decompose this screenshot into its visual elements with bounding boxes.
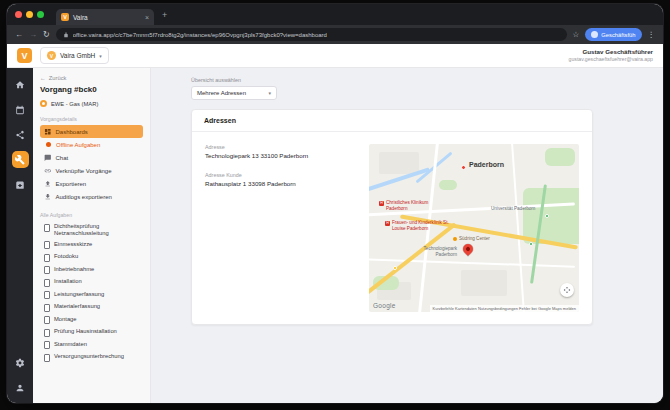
app-content: ← Zurück Vorgang #bck0 EWE - Gas (MAR) V…: [7, 68, 663, 403]
sidebar-item-label: Exportieren: [56, 181, 87, 187]
chevron-down-icon: ▾: [99, 53, 102, 59]
map-poi-hospital-2: H Frauen- und Kinderklinik St. Louise Pa…: [385, 220, 451, 231]
reload-icon[interactable]: ↻: [43, 31, 50, 39]
sidebar-task-installation[interactable]: Installation: [40, 276, 143, 289]
sidebar-task-montage[interactable]: Montage: [40, 314, 143, 327]
sidebar-task-dichtheitspruefung[interactable]: Dichtheitsprüfung Netzanschlussleitung: [40, 221, 143, 239]
map-pan-control[interactable]: [560, 283, 574, 297]
export-icon: [44, 180, 52, 188]
map-attribution[interactable]: Kurzbefehle Kartendaten Nutzungsbedingun…: [430, 305, 579, 312]
nav-workflows[interactable]: [12, 126, 29, 143]
browser-tab[interactable]: V Vaira ×: [56, 9, 154, 25]
browser-menu-icon[interactable]: ⋮: [648, 31, 656, 39]
window-zoom-button[interactable]: [37, 11, 44, 18]
section-vorgangsdetails: Vorgangsdetails: [40, 116, 143, 122]
google-logo: Google: [373, 302, 396, 309]
sidebar-item-offline-aufgaben[interactable]: Offline Aufgaben: [40, 138, 143, 151]
user-icon: [15, 383, 25, 393]
company-name: Vaira GmbH: [60, 52, 95, 59]
sidebar-task-stammdaten[interactable]: Stammdaten: [40, 339, 143, 352]
pan-arrows-icon: [563, 286, 571, 294]
back-label: Zurück: [49, 75, 67, 81]
sidebar-task-einmessskizze[interactable]: Einmessskizze: [40, 239, 143, 252]
destination-pin-icon: [461, 242, 475, 256]
sidebar-task-fotodoku[interactable]: Fotodoku: [40, 251, 143, 264]
google-map[interactable]: Paderborn H Christliches Klinikum Paderb…: [369, 144, 579, 312]
document-icon: [44, 291, 50, 299]
tab-close-icon[interactable]: ×: [145, 14, 149, 21]
tab-strip: V Vaira × +: [7, 4, 663, 25]
map-poi-mall: Südring Center: [453, 236, 490, 241]
main-panel: Übersicht auswählen Mehrere Adressen ▾ A…: [151, 68, 663, 403]
tab-title: Vaira: [73, 14, 88, 21]
document-icon: [44, 316, 50, 324]
map-park: [545, 148, 575, 166]
document-icon: [44, 241, 50, 249]
tab-favicon-icon: V: [61, 13, 69, 21]
browser-window: V Vaira × + ← → ↻ office.vaira.app/c/c7b…: [7, 4, 663, 403]
bookmark-star-icon[interactable]: ☆: [573, 31, 580, 39]
address-fields: Adresse Technologiepark 13 33100 Paderbo…: [205, 144, 355, 312]
window-minimize-button[interactable]: [26, 11, 33, 18]
map-park: [439, 180, 457, 190]
company-avatar-icon: V: [47, 51, 56, 60]
back-icon[interactable]: ←: [15, 31, 23, 39]
map-poi-destination: Technologiepark Paderborn: [411, 246, 457, 257]
document-icon: [44, 354, 50, 362]
sidebar-item-label: Offline Aufgaben: [56, 142, 100, 148]
sidebar-item-dashboards[interactable]: Dashboards: [40, 125, 143, 138]
sidebar-item-chat[interactable]: Chat: [40, 151, 143, 164]
chat-bubble-icon: [44, 154, 52, 162]
document-icon: [44, 341, 50, 349]
process-label: EWE - Gas (MAR): [51, 101, 98, 107]
home-icon: [15, 80, 25, 90]
sidebar-task-pruefung-hausinstallation[interactable]: Prüfung Hausinstallation: [40, 326, 143, 339]
map-block: [461, 270, 507, 296]
document-icon: [44, 329, 50, 337]
share-network-icon: [15, 130, 25, 140]
card-title: Adressen: [192, 110, 592, 132]
nav-profile[interactable]: [12, 379, 29, 396]
sidebar-task-materialerfassung[interactable]: Materialerfassung: [40, 301, 143, 314]
sidebar-item-label: Dashboards: [56, 129, 88, 135]
sidebar-task-versorgungsunterbrechung[interactable]: Versorgungsunterbrechung: [40, 351, 143, 364]
sidebar-item-auditlogs-exportieren[interactable]: Auditlogs exportieren: [40, 190, 143, 203]
company-selector[interactable]: V Vaira GmbH ▾: [40, 47, 109, 64]
sidebar-item-verknuepfte-vorgaenge[interactable]: Verknüpfte Vorgänge: [40, 164, 143, 177]
overview-select[interactable]: Mehrere Adressen ▾: [191, 86, 277, 100]
back-link[interactable]: ← Zurück: [40, 75, 143, 81]
address-bar[interactable]: office.vaira.app/c/c7be7mnm5f7rdro8tg2g/…: [56, 28, 567, 41]
sidebar-item-label: Chat: [56, 155, 69, 161]
process-item[interactable]: EWE - Gas (MAR): [40, 100, 143, 107]
document-icon: [44, 304, 50, 312]
nav-calendar[interactable]: [12, 101, 29, 118]
document-icon: [44, 254, 50, 262]
app-header: V V Vaira GmbH ▾ Gustav Geschäftsführer …: [7, 44, 663, 68]
nav-operations-active[interactable]: [12, 151, 29, 168]
city-marker-icon: [461, 165, 466, 170]
sidebar-task-leistungserfassung[interactable]: Leistungserfassung: [40, 289, 143, 302]
dashboard-grid-icon: [44, 128, 52, 136]
user-menu[interactable]: Gustav Geschäftsführer gustav.geschaefts…: [569, 48, 653, 63]
sidebar: ← Zurück Vorgang #bck0 EWE - Gas (MAR) V…: [33, 68, 151, 403]
map-poi-hospital-1: H Christliches Klinikum Paderborn: [379, 200, 443, 211]
sidebar-item-label: Auditlogs exportieren: [56, 194, 112, 200]
section-alle-aufgaben: Alle Aufgaben: [40, 212, 143, 218]
window-close-button[interactable]: [15, 11, 22, 18]
new-tab-button[interactable]: +: [162, 10, 167, 20]
offline-dot-icon: [46, 142, 51, 147]
sidebar-item-exportieren[interactable]: Exportieren: [40, 177, 143, 190]
calendar-icon: [15, 105, 25, 115]
document-icon: [44, 224, 50, 232]
lock-icon: [63, 32, 69, 38]
chevron-down-icon: ▾: [268, 90, 271, 96]
poi-dot-icon: [545, 214, 549, 218]
browser-profile-button[interactable]: Geschäftsfüh: [585, 28, 641, 41]
forward-icon[interactable]: →: [29, 31, 37, 39]
nav-settings[interactable]: [12, 354, 29, 371]
nav-home[interactable]: [12, 76, 29, 93]
map-block: [379, 152, 419, 174]
sidebar-task-inbetriebnahme[interactable]: Inbetriebnahme: [40, 264, 143, 277]
adressen-card: Adressen Adresse Technologiepark 13 3310…: [191, 109, 593, 325]
nav-archive[interactable]: [12, 176, 29, 193]
